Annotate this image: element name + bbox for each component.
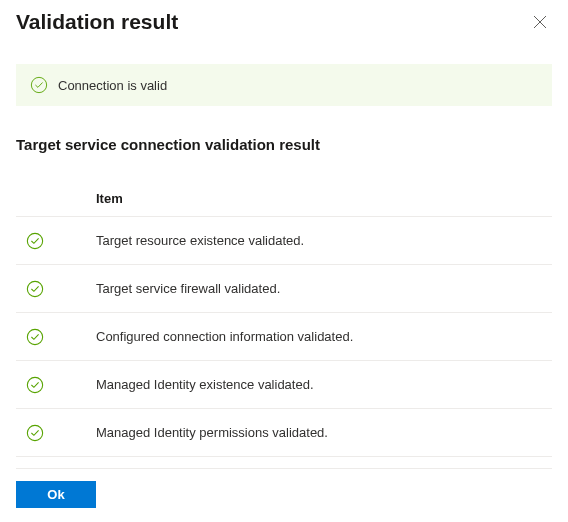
row-item-text: Target service firewall validated. [96, 281, 552, 296]
table-row: Target resource existence validated. [16, 217, 552, 265]
svg-point-2 [27, 281, 42, 296]
table-header-row: Item [16, 183, 552, 217]
svg-point-3 [27, 329, 42, 344]
svg-point-5 [27, 425, 42, 440]
svg-point-0 [31, 77, 46, 92]
svg-point-1 [27, 233, 42, 248]
close-button[interactable] [528, 10, 552, 34]
validation-table: Item Target resource existence validated… [16, 183, 552, 457]
success-check-icon [26, 376, 44, 394]
row-item-text: Configured connection information valida… [96, 329, 552, 344]
section-title: Target service connection validation res… [16, 136, 552, 153]
status-banner: Connection is valid [16, 64, 552, 106]
row-status-icon-cell [16, 232, 96, 250]
panel-header: Validation result [16, 10, 552, 34]
row-status-icon-cell [16, 328, 96, 346]
row-item-text: Target resource existence validated. [96, 233, 552, 248]
table-row: Managed Identity existence validated. [16, 361, 552, 409]
success-check-icon [26, 280, 44, 298]
svg-point-4 [27, 377, 42, 392]
status-message: Connection is valid [58, 78, 167, 93]
row-status-icon-cell [16, 376, 96, 394]
row-status-icon-cell [16, 280, 96, 298]
success-check-icon [26, 424, 44, 442]
close-icon [533, 15, 547, 29]
table-row: Managed Identity permissions validated. [16, 409, 552, 457]
table-header-icon-col [16, 191, 96, 206]
row-status-icon-cell [16, 424, 96, 442]
success-check-icon [26, 328, 44, 346]
row-item-text: Managed Identity permissions validated. [96, 425, 552, 440]
table-header-item: Item [96, 191, 552, 206]
table-row: Configured connection information valida… [16, 313, 552, 361]
row-item-text: Managed Identity existence validated. [96, 377, 552, 392]
panel-title: Validation result [16, 10, 178, 34]
table-row: Target service firewall validated. [16, 265, 552, 313]
success-check-icon [26, 232, 44, 250]
panel-footer: Ok [16, 468, 552, 508]
ok-button[interactable]: Ok [16, 481, 96, 508]
success-check-icon [30, 76, 48, 94]
